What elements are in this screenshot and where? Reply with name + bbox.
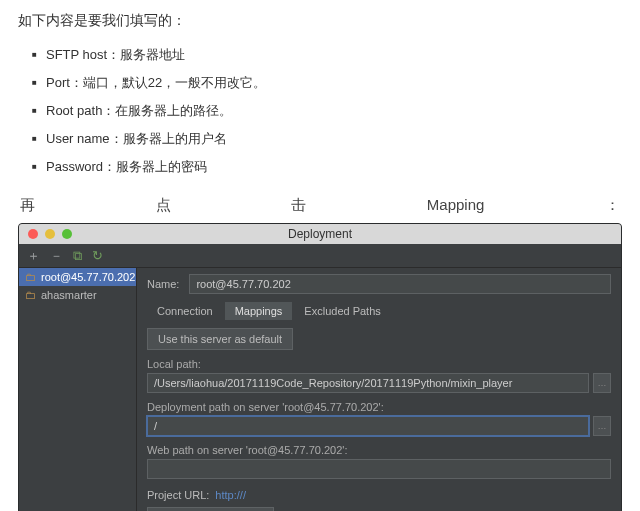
- sidebar-item-label: ahasmarter: [41, 289, 97, 301]
- refresh-icon[interactable]: ↻: [92, 248, 103, 263]
- tab-bar: Connection Mappings Excluded Paths: [147, 302, 611, 320]
- project-url-link[interactable]: http:///: [215, 489, 246, 501]
- add-mapping-button[interactable]: Add another mapping: [147, 507, 274, 511]
- sidebar-item-root[interactable]: 🗀 root@45.77.70.202: [19, 268, 136, 286]
- tab-excluded-paths[interactable]: Excluded Paths: [294, 302, 390, 320]
- add-icon[interactable]: ＋: [27, 247, 40, 265]
- deploy-path-input[interactable]: [147, 416, 589, 436]
- remove-icon[interactable]: －: [50, 247, 63, 265]
- field-list: SFTP host：服务器地址 Port：端口，默认22，一般不用改它。 Roo…: [18, 44, 622, 178]
- browse-icon[interactable]: …: [593, 373, 611, 393]
- browse-icon[interactable]: …: [593, 416, 611, 436]
- deploy-path-label: Deployment path on server 'root@45.77.70…: [147, 401, 611, 413]
- list-item: SFTP host：服务器地址: [32, 44, 622, 66]
- project-url-label: Project URL:: [147, 489, 209, 501]
- web-path-label: Web path on server 'root@45.77.70.202':: [147, 444, 611, 456]
- minimize-icon[interactable]: [45, 229, 55, 239]
- main-panel: Name: Connection Mappings Excluded Paths…: [137, 268, 621, 511]
- spread-text: 再 点 击 Mapping ：: [18, 196, 622, 215]
- window-title: Deployment: [19, 227, 621, 241]
- zoom-icon[interactable]: [62, 229, 72, 239]
- copy-icon[interactable]: ⧉: [73, 248, 82, 264]
- intro-text: 如下内容是要我们填写的：: [18, 12, 622, 30]
- web-path-input[interactable]: [147, 459, 611, 479]
- list-item: Password：服务器上的密码: [32, 156, 622, 178]
- server-list: 🗀 root@45.77.70.202 🗀 ahasmarter: [19, 268, 137, 511]
- deployment-window: Deployment ＋ － ⧉ ↻ 🗀 root@45.77.70.202 🗀…: [18, 223, 622, 511]
- list-item: User name：服务器上的用户名: [32, 128, 622, 150]
- list-item: Port：端口，默认22，一般不用改它。: [32, 72, 622, 94]
- tab-mappings[interactable]: Mappings: [225, 302, 293, 320]
- close-icon[interactable]: [28, 229, 38, 239]
- window-titlebar: Deployment: [19, 224, 621, 244]
- name-input[interactable]: [189, 274, 611, 294]
- name-label: Name:: [147, 278, 179, 290]
- sidebar-item-label: root@45.77.70.202: [41, 271, 135, 283]
- server-icon: 🗀: [25, 271, 36, 283]
- server-icon: 🗀: [25, 289, 36, 301]
- local-path-label: Local path:: [147, 358, 611, 370]
- use-default-button[interactable]: Use this server as default: [147, 328, 293, 350]
- toolbar: ＋ － ⧉ ↻: [19, 244, 621, 268]
- local-path-input[interactable]: [147, 373, 589, 393]
- sidebar-item-ahasmarter[interactable]: 🗀 ahasmarter: [19, 286, 136, 304]
- tab-connection[interactable]: Connection: [147, 302, 223, 320]
- list-item: Root path：在服务器上的路径。: [32, 100, 622, 122]
